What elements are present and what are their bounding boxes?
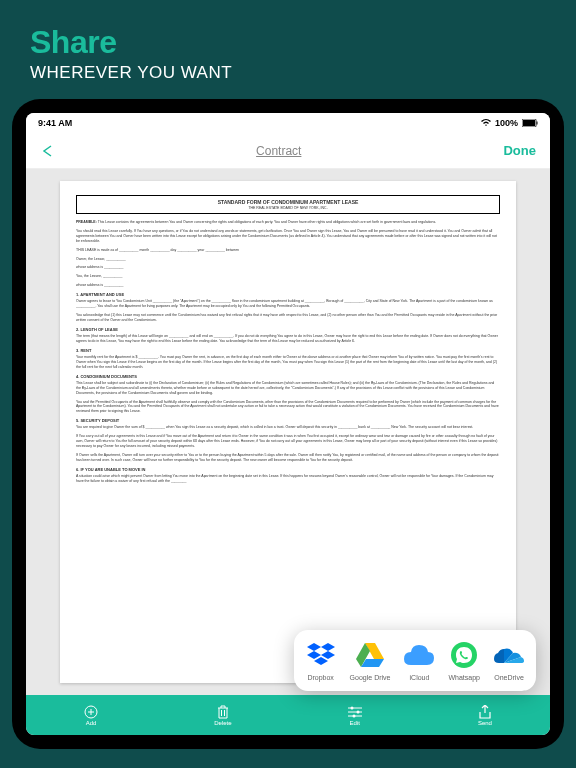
- send-label: Send: [478, 720, 492, 726]
- back-arrow-icon[interactable]: [40, 144, 54, 158]
- doc-header-sub: THE REAL ESTATE BOARD OF NEW YORK, INC.: [80, 206, 496, 211]
- wifi-icon: [481, 119, 491, 127]
- add-button[interactable]: Add: [84, 705, 98, 726]
- share-icon: [478, 705, 492, 719]
- delete-label: Delete: [214, 720, 231, 726]
- bottom-toolbar: Add Delete Edit Send: [26, 695, 550, 735]
- document-area[interactable]: STANDARD FORM OF CONDOMINIUM APARTMENT L…: [26, 169, 550, 695]
- status-time: 9:41 AM: [38, 118, 72, 128]
- doc-s3-body: Your monthly rent for the Apartment is $…: [76, 355, 500, 370]
- edit-label: Edit: [350, 720, 360, 726]
- status-bar: 9:41 AM 100%: [26, 113, 550, 133]
- doc-s5-body: You are required to give Owner the sum o…: [76, 425, 500, 430]
- doc-you-line: You, the Lessee, __________: [76, 274, 500, 279]
- share-label: OneDrive: [494, 674, 524, 681]
- doc-s4-body2: You and the Permitted Occupants of the A…: [76, 400, 500, 415]
- share-label: Whatsapp: [448, 674, 480, 681]
- whatsapp-icon: [449, 640, 479, 670]
- doc-you-addr: whose address is __________: [76, 283, 500, 288]
- share-label: Google Drive: [350, 674, 391, 681]
- svg-rect-2: [537, 122, 538, 125]
- doc-sec-4: 4. CONDOMINIUM DOCUMENTS: [76, 374, 500, 379]
- share-popup: Dropbox Google Drive iCloud Whatsapp: [294, 630, 536, 691]
- delete-button[interactable]: Delete: [214, 705, 231, 726]
- nav-bar: Contract Done: [26, 133, 550, 169]
- share-icloud[interactable]: iCloud: [404, 640, 434, 681]
- doc-sec-3: 3. RENT: [76, 348, 500, 353]
- edit-button[interactable]: Edit: [348, 705, 362, 726]
- doc-s2-body: The term (that means the length) of this…: [76, 334, 500, 344]
- battery-pct: 100%: [495, 118, 518, 128]
- google-drive-icon: [355, 640, 385, 670]
- share-dropbox[interactable]: Dropbox: [306, 640, 336, 681]
- doc-sec-1: 1. APARTMENT AND USE: [76, 292, 500, 297]
- add-label: Add: [86, 720, 97, 726]
- onedrive-icon: [494, 640, 524, 670]
- doc-header-box: STANDARD FORM OF CONDOMINIUM APARTMENT L…: [76, 195, 500, 214]
- send-button[interactable]: Send: [478, 705, 492, 726]
- promo-header: Share WHEREVER YOU WANT: [0, 0, 576, 99]
- doc-preamble: PREAMBLE: This Lease contains the agreem…: [76, 220, 500, 225]
- tablet-screen: 9:41 AM 100% Contract Done STANDARD F: [26, 113, 550, 735]
- doc-owner-addr: whose address is __________: [76, 265, 500, 270]
- promo-title: Share: [30, 24, 546, 61]
- doc-read-clause: You should read this Lease carefully. If…: [76, 229, 500, 244]
- svg-point-6: [356, 710, 359, 713]
- sliders-icon: [348, 705, 362, 719]
- svg-point-5: [350, 706, 353, 709]
- share-label: iCloud: [410, 674, 430, 681]
- share-onedrive[interactable]: OneDrive: [494, 640, 524, 681]
- dropbox-icon: [306, 640, 336, 670]
- battery-icon: [522, 119, 538, 127]
- done-button[interactable]: Done: [503, 143, 536, 158]
- doc-sec-6: 6. IF YOU ARE UNABLE TO MOVE IN: [76, 467, 500, 472]
- doc-s6-body: A situation could arise which might prev…: [76, 474, 500, 484]
- doc-s1-body: Owner agrees to lease to You Condominium…: [76, 299, 500, 309]
- doc-s4-body: This Lease shall be subject and subordin…: [76, 381, 500, 396]
- document-page: STANDARD FORM OF CONDOMINIUM APARTMENT L…: [60, 181, 516, 683]
- share-label: Dropbox: [307, 674, 333, 681]
- svg-rect-1: [523, 120, 535, 126]
- share-google-drive[interactable]: Google Drive: [350, 640, 391, 681]
- icloud-icon: [404, 640, 434, 670]
- document-title[interactable]: Contract: [256, 144, 301, 158]
- doc-s5-body2: If You carry out all of your agreements …: [76, 434, 500, 449]
- doc-s5-body3: If Owner sells the Apartment, Owner will…: [76, 453, 500, 463]
- doc-made-of: THIS LEASE is made as of __________ mont…: [76, 248, 500, 253]
- trash-icon: [216, 705, 230, 719]
- tablet-frame: 9:41 AM 100% Contract Done STANDARD F: [12, 99, 564, 749]
- doc-sec-2: 2. LENGTH OF LEASE: [76, 327, 500, 332]
- doc-s1-ack: You acknowledge that (1) this Lease may …: [76, 313, 500, 323]
- doc-owner-line: Owner, the Lessor, __________: [76, 257, 500, 262]
- status-right: 100%: [481, 118, 538, 128]
- share-whatsapp[interactable]: Whatsapp: [448, 640, 480, 681]
- doc-sec-5: 5. SECURITY DEPOSIT: [76, 418, 500, 423]
- add-icon: [84, 705, 98, 719]
- promo-subtitle: WHEREVER YOU WANT: [30, 63, 546, 83]
- svg-point-7: [352, 714, 355, 717]
